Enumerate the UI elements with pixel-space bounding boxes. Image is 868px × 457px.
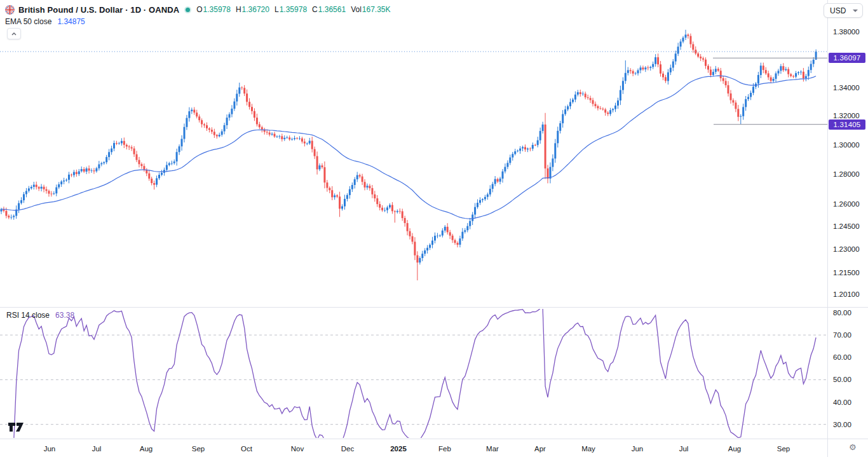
rsi-tick-label: 30.00 (833, 421, 851, 428)
time-tick-label: Aug (728, 445, 741, 453)
ema-line (1, 76, 816, 219)
price-line-label-upper[interactable]: 1.36097 (829, 53, 865, 63)
low-label: L (275, 5, 279, 14)
time-tick-label: Jul (679, 445, 689, 453)
symbol-title[interactable]: British Pound / U.S. Dollar · 1D · OANDA (18, 5, 179, 15)
time-tick-label: Mar (486, 445, 499, 453)
price-line-label-lower-text: 1.31405 (834, 121, 861, 128)
rsi-legend-name: RSI 14 close (6, 311, 50, 320)
time-tick-label: Apr (534, 445, 546, 453)
ema-legend-name: EMA 50 close (5, 17, 51, 26)
time-tick-label: Sep (192, 445, 205, 453)
price-tick-label: 1.26000 (833, 200, 860, 208)
price-tick-label: 1.30000 (833, 141, 860, 149)
ema-legend[interactable]: EMA 50 close 1.34875 (5, 17, 85, 26)
price-tick-label: 1.24500 (833, 222, 860, 230)
chevron-down-icon (853, 10, 858, 12)
price-line-label-upper-text: 1.36097 (834, 54, 861, 62)
rsi-tick-label: 70.00 (833, 331, 851, 339)
time-tick-label: Jun (44, 445, 56, 453)
time-tick-label: 2025 (390, 445, 407, 453)
time-tick-label: May (581, 445, 595, 453)
ema-legend-value: 1.34875 (57, 17, 85, 26)
chevron-up-icon (11, 32, 17, 36)
rsi-tick-label: 60.00 (833, 353, 851, 361)
high-value: 1.36720 (242, 5, 269, 14)
market-status-dot[interactable] (186, 8, 190, 12)
time-tick-label: Nov (291, 445, 304, 453)
time-tick-label: Sep (777, 445, 790, 453)
currency-selector-label: USD (830, 6, 846, 15)
price-tick-label: 1.32000 (833, 112, 860, 119)
open-value: 1.35978 (203, 5, 231, 14)
time-tick-label: Jun (632, 445, 644, 453)
rsi-legend[interactable]: RSI 14 close 63.38 (6, 311, 74, 320)
rsi-tick-label: 80.00 (833, 309, 851, 317)
volume-value: 167.35K (362, 5, 391, 14)
ohlc-values: O1.35978 H1.36720 L1.35978 C1.36561 Vol1… (196, 5, 390, 14)
tradingview-chart-app: British Pound / U.S. Dollar · 1D · OANDA… (0, 0, 868, 457)
price-tick-label: 1.23000 (833, 245, 860, 253)
time-tick-label: Jul (92, 445, 102, 453)
chart-canvas[interactable] (0, 0, 868, 457)
open-label: O (196, 5, 202, 14)
time-tick-label: Dec (341, 445, 354, 453)
tradingview-logo[interactable] (8, 422, 25, 432)
gbpusd-pair-icon (5, 5, 15, 15)
price-tick-label: 1.34000 (833, 84, 860, 92)
price-line-label-lower[interactable]: 1.31405 (829, 119, 865, 130)
symbol-legend[interactable]: British Pound / U.S. Dollar · 1D · OANDA… (5, 4, 391, 15)
close-value: 1.36561 (318, 5, 346, 14)
currency-selector[interactable]: USD (824, 3, 863, 18)
price-tick-label: 1.28000 (833, 170, 860, 178)
time-tick-label: Feb (438, 445, 451, 453)
axis-settings-gear-icon[interactable]: ⚙ (849, 442, 857, 453)
price-tick-label: 1.20100 (833, 290, 860, 298)
close-label: C (312, 5, 318, 14)
rsi-tick-label: 50.00 (833, 376, 851, 383)
rsi-line (9, 308, 816, 454)
time-tick-label: Oct (241, 445, 252, 453)
collapse-legend-button[interactable] (7, 28, 21, 39)
time-tick-label: Aug (140, 445, 153, 453)
rsi-tick-label: 40.00 (833, 399, 851, 406)
high-label: H (236, 5, 241, 14)
low-value: 1.35978 (280, 5, 307, 14)
rsi-legend-value: 63.38 (55, 311, 74, 320)
candlestick-layer (1, 30, 817, 280)
price-tick-label: 1.21500 (833, 269, 860, 276)
price-tick-label: 1.38000 (833, 28, 860, 36)
volume-label: Vol (351, 5, 362, 14)
